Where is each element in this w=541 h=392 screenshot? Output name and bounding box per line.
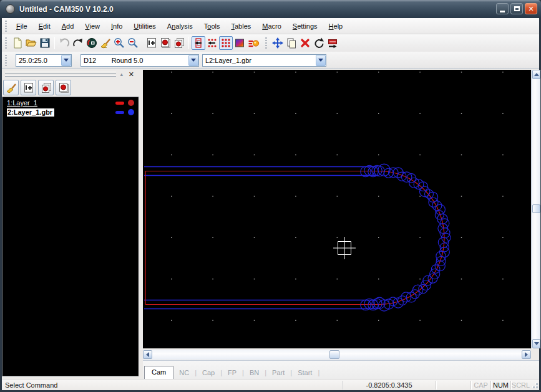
tab-nc[interactable]: NC — [173, 367, 195, 379]
redo-icon — [72, 37, 84, 49]
layer-draw-color-chip[interactable] — [115, 102, 124, 105]
rotate-icon — [313, 37, 325, 49]
panel-clean-button[interactable] — [3, 80, 19, 95]
layer-row-1[interactable]: 1:Layer_1 — [2, 98, 139, 107]
chevron-down-icon — [318, 59, 323, 62]
panel-board-circle-button[interactable] — [56, 80, 71, 95]
save-button[interactable] — [38, 36, 52, 50]
pads-arrow-button[interactable] — [205, 36, 219, 50]
panel-collapse-button[interactable]: ▴ — [120, 71, 123, 77]
open-folder-icon — [25, 37, 37, 49]
undo-icon — [58, 37, 71, 49]
main-toolbar — [2, 34, 539, 52]
mirror-button[interactable] — [326, 36, 339, 50]
dcode-combo[interactable]: D12 Round 5.0 — [80, 54, 199, 67]
colors-icon — [233, 37, 246, 49]
status-bar: Select Command -0.8205:0.3435 CAP NUM SC… — [2, 379, 539, 390]
panel-close-button[interactable]: ✕ — [129, 70, 134, 79]
resize-grip[interactable] — [530, 381, 539, 390]
menu-file[interactable]: File — [11, 20, 33, 32]
grid-combo-arrow[interactable] — [61, 55, 71, 66]
new-board-icon — [22, 82, 35, 94]
menu-edit[interactable]: Edit — [33, 20, 56, 32]
undo-button[interactable] — [57, 36, 71, 50]
maximize-icon — [514, 6, 520, 11]
arrow-down-icon — [534, 342, 539, 345]
menu-analysis[interactable]: Analysis — [162, 20, 198, 32]
vertical-scroll-thumb[interactable] — [532, 204, 540, 213]
layers-panel-header[interactable]: ▴ ✕ — [2, 70, 139, 79]
move-icon — [271, 37, 284, 49]
zoom-in-button[interactable] — [112, 36, 126, 50]
scroll-right-button[interactable] — [522, 350, 531, 359]
tab-start[interactable]: Start — [292, 367, 318, 379]
save-floppy-icon — [39, 37, 51, 49]
copy-button[interactable] — [285, 36, 298, 50]
new-file-icon — [11, 37, 24, 49]
open-file-button[interactable] — [24, 36, 38, 50]
combo-gripper[interactable] — [5, 55, 7, 66]
menu-add[interactable]: Add — [56, 20, 80, 32]
layer-draw-color-chip[interactable] — [115, 111, 124, 114]
menu-settings[interactable]: Settings — [287, 20, 323, 32]
menu-utilities[interactable]: Utilities — [128, 20, 161, 32]
board-stack-button[interactable] — [172, 36, 186, 50]
menu-info[interactable]: Info — [105, 20, 128, 32]
tab-fp[interactable]: FP — [222, 367, 242, 379]
layer-name[interactable]: 2:Layer_1.gbr — [7, 108, 54, 117]
layer-row-2[interactable]: 2:Layer_1.gbr — [2, 108, 139, 117]
redraw-button[interactable] — [85, 36, 99, 50]
move-button[interactable] — [271, 36, 285, 50]
panel-new-board-button[interactable] — [21, 80, 36, 95]
maximize-button[interactable] — [510, 3, 523, 14]
dcode-combo-value: D12 Round 5.0 — [81, 57, 188, 64]
close-button[interactable]: ✕ — [525, 3, 537, 14]
minimize-icon — [500, 11, 505, 12]
tab-cam[interactable]: Cam — [144, 366, 173, 379]
mirror-icon — [326, 37, 339, 49]
layer-flash-color-chip[interactable] — [128, 100, 134, 106]
edit-toolbar-gripper[interactable] — [265, 37, 267, 49]
new-board-button[interactable] — [145, 36, 158, 50]
layer-name[interactable]: 1:Layer_1 — [7, 99, 37, 107]
pads-grid-button[interactable] — [219, 36, 233, 50]
pad-edit-button[interactable] — [192, 36, 205, 50]
vertical-scrollbar[interactable] — [531, 70, 540, 348]
menu-tools[interactable]: Tools — [198, 20, 226, 32]
clean-button[interactable] — [99, 36, 112, 50]
layer-combo[interactable]: L2:Layer_1.gbr — [202, 54, 326, 67]
panel-board-stack-button[interactable] — [38, 80, 54, 95]
new-file-button[interactable] — [11, 36, 24, 50]
app-window: Untitled - CAM350 V 10.2.0 ✕ File Edit A… — [0, 0, 541, 392]
menu-tables[interactable]: Tables — [225, 20, 256, 32]
highlight-button[interactable] — [246, 36, 260, 50]
layer-combo-arrow[interactable] — [316, 55, 326, 66]
menu-help[interactable]: Help — [323, 20, 349, 32]
zoom-out-button[interactable] — [126, 36, 140, 50]
menubar-gripper[interactable] — [5, 21, 7, 32]
caps-lock-indicator: CAP — [470, 381, 490, 390]
minimize-button[interactable] — [496, 3, 509, 14]
tab-cap[interactable]: Cap — [197, 367, 220, 379]
scroll-down-button[interactable] — [532, 339, 540, 348]
horizontal-scroll-thumb[interactable] — [329, 350, 339, 359]
grid-combo[interactable]: 25.0:25.0 — [16, 54, 72, 67]
board-circle-button[interactable] — [158, 36, 172, 50]
horizontal-scrollbar[interactable] — [143, 350, 531, 360]
menu-macro[interactable]: Macro — [256, 20, 287, 32]
delete-button[interactable] — [298, 36, 312, 50]
dcode-combo-arrow[interactable] — [188, 55, 198, 66]
tab-bn[interactable]: BN — [244, 367, 265, 379]
scroll-up-button[interactable] — [532, 70, 540, 79]
layer-flash-color-chip[interactable] — [128, 109, 134, 115]
new-board-icon — [145, 37, 158, 49]
cad-viewport[interactable] — [143, 70, 531, 348]
toolbar-gripper[interactable] — [5, 37, 7, 49]
main-area: ▴ ✕ 1:Layer_1 — [2, 69, 539, 379]
tab-part[interactable]: Part — [266, 367, 290, 379]
rotate-button[interactable] — [312, 36, 326, 50]
scroll-left-button[interactable] — [143, 350, 152, 359]
colors-button[interactable] — [233, 36, 246, 50]
menu-view[interactable]: View — [79, 20, 105, 32]
redo-button[interactable] — [71, 36, 85, 50]
